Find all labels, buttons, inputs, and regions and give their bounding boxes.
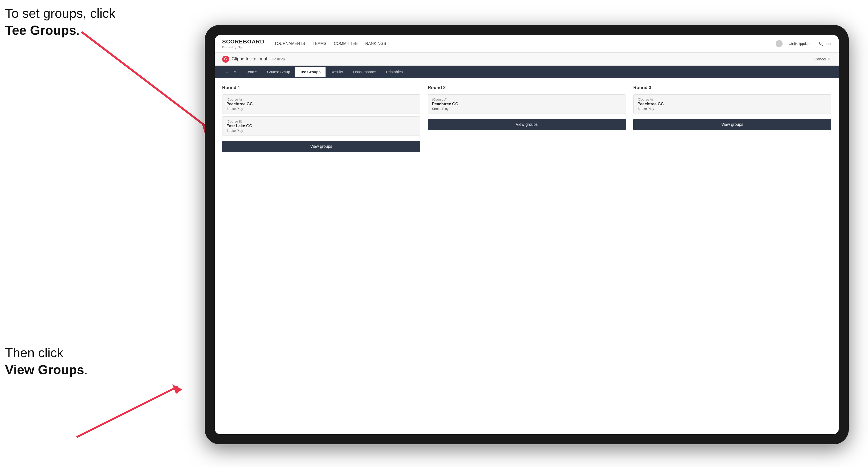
nav-tournaments[interactable]: TOURNAMENTS bbox=[274, 40, 305, 47]
round-3-course-a-format: Stroke Play bbox=[638, 107, 827, 111]
tab-leaderboards[interactable]: Leaderboards bbox=[348, 67, 381, 77]
round-1-column: Round 1 (Course A) Peachtree GC Stroke P… bbox=[222, 85, 420, 152]
tournament-title-area: C Clippd Invitational (Hosting) bbox=[222, 56, 285, 63]
tab-details[interactable]: Details bbox=[220, 67, 241, 77]
round-3-course-a-name: Peachtree GC bbox=[638, 102, 827, 106]
round-1-course-a-format: Stroke Play bbox=[226, 107, 416, 111]
user-email: blair@clippd.io bbox=[786, 42, 810, 46]
close-icon: ✕ bbox=[828, 56, 831, 62]
round-2-column: Round 2 (Course A) Peachtree GC Stroke P… bbox=[428, 85, 626, 152]
top-nav: SCOREBOARD Powered by clippt TOURNAMENTS… bbox=[215, 35, 839, 53]
logo-sub: Powered by clippt bbox=[222, 45, 265, 49]
round-2-course-a-label: (Course A) bbox=[432, 98, 621, 101]
round-2-course-a-card: (Course A) Peachtree GC Stroke Play bbox=[428, 94, 626, 114]
nav-rankings[interactable]: RANKINGS bbox=[365, 40, 386, 47]
content-area: Round 1 (Course A) Peachtree GC Stroke P… bbox=[215, 77, 839, 434]
tab-results[interactable]: Results bbox=[326, 67, 348, 77]
round-3-course-a-label: (Course A) bbox=[638, 98, 827, 101]
svg-line-0 bbox=[82, 32, 207, 127]
arrow-view-groups bbox=[65, 362, 215, 449]
tablet-screen: SCOREBOARD Powered by clippt TOURNAMENTS… bbox=[215, 35, 839, 434]
round-1-course-b-name: East Lake GC bbox=[226, 124, 416, 128]
tab-printables[interactable]: Printables bbox=[381, 67, 408, 77]
round-2-view-groups-button[interactable]: View groups bbox=[428, 119, 626, 130]
tab-tee-groups[interactable]: Tee Groups bbox=[295, 67, 326, 77]
round-1-course-a-card: (Course A) Peachtree GC Stroke Play bbox=[222, 94, 420, 114]
round-1-course-b-card: (Course B) East Lake GC Stroke Play bbox=[222, 116, 420, 136]
nav-teams[interactable]: TEAMS bbox=[313, 40, 326, 47]
tournament-hosting: (Hosting) bbox=[271, 57, 285, 61]
round-3-column: Round 3 (Course A) Peachtree GC Stroke P… bbox=[633, 85, 831, 152]
logo-text: SCOREBOARD bbox=[222, 38, 265, 45]
nav-links: TOURNAMENTS TEAMS COMMITTEE RANKINGS bbox=[274, 40, 766, 47]
logo-c-icon: c bbox=[238, 45, 239, 49]
tab-teams[interactable]: Teams bbox=[241, 67, 262, 77]
round-1-view-groups-button[interactable]: View groups bbox=[222, 141, 420, 152]
rounds-container: Round 1 (Course A) Peachtree GC Stroke P… bbox=[222, 85, 831, 152]
nav-right: blair@clippd.io | Sign out bbox=[776, 40, 831, 47]
sign-out-link[interactable]: Sign out bbox=[818, 42, 831, 46]
round-1-title: Round 1 bbox=[222, 85, 420, 90]
tournament-name: Clippd Invitational bbox=[232, 56, 267, 62]
round-1-course-b-label: (Course B) bbox=[226, 120, 416, 123]
round-1-course-a-name: Peachtree GC bbox=[226, 102, 416, 106]
user-avatar bbox=[776, 40, 783, 47]
nav-separator: | bbox=[813, 42, 814, 46]
logo-area: SCOREBOARD Powered by clippt bbox=[222, 38, 265, 49]
tournament-logo-icon: C bbox=[222, 56, 229, 63]
tab-course-setup[interactable]: Course Setup bbox=[262, 67, 295, 77]
tablet-device: SCOREBOARD Powered by clippt TOURNAMENTS… bbox=[205, 25, 849, 444]
cancel-button[interactable]: Cancel ✕ bbox=[814, 56, 831, 62]
svg-line-2 bbox=[78, 387, 177, 437]
instruction-top-line1: To set groups, click bbox=[5, 5, 115, 22]
round-3-title: Round 3 bbox=[633, 85, 831, 90]
round-1-course-a-label: (Course A) bbox=[226, 98, 416, 101]
tournament-header: C Clippd Invitational (Hosting) Cancel ✕ bbox=[215, 53, 839, 66]
round-1-course-b-format: Stroke Play bbox=[226, 129, 416, 132]
round-2-course-a-name: Peachtree GC bbox=[432, 102, 621, 106]
round-3-view-groups-button[interactable]: View groups bbox=[633, 119, 831, 130]
round-2-course-a-format: Stroke Play bbox=[432, 107, 621, 111]
sub-nav-tabs: Details Teams Course Setup Tee Groups Re… bbox=[215, 66, 839, 77]
instruction-bottom-line1: Then click bbox=[5, 344, 88, 362]
round-2-title: Round 2 bbox=[428, 85, 626, 90]
nav-committee[interactable]: COMMITTEE bbox=[334, 40, 358, 47]
round-3-course-a-card: (Course A) Peachtree GC Stroke Play bbox=[633, 94, 831, 114]
